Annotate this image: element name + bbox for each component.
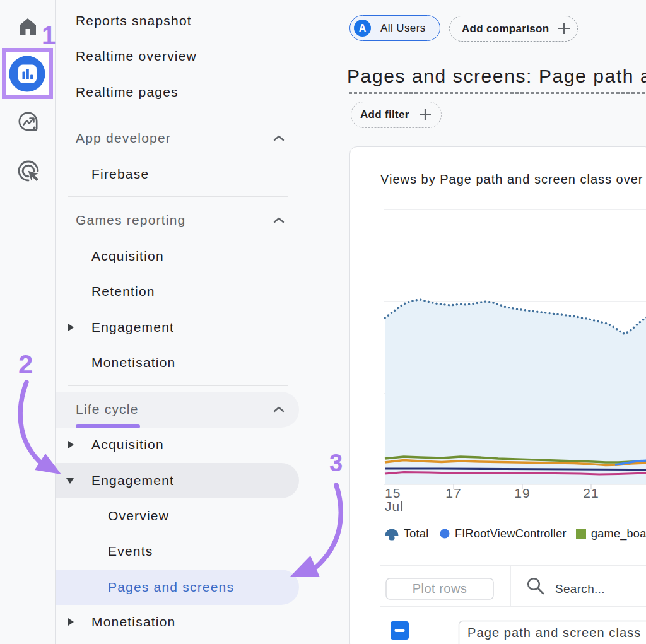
svg-text:2: 2 [18,349,33,379]
svg-text:3: 3 [329,450,343,476]
svg-text:1: 1 [42,21,56,49]
